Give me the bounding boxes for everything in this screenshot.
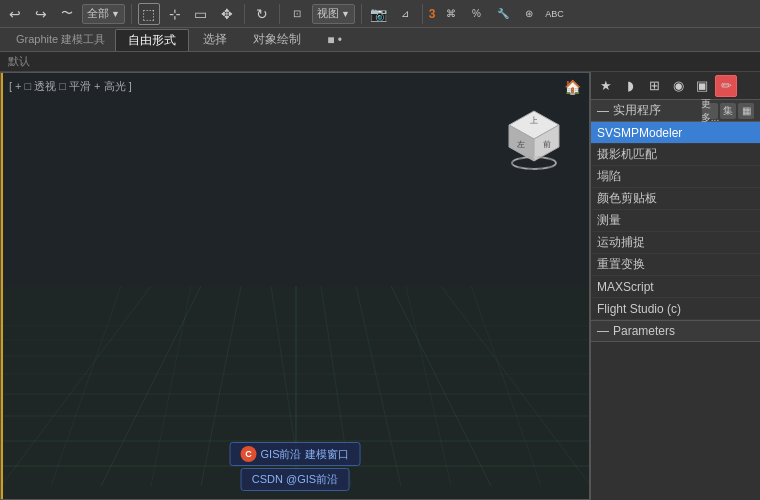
all-dropdown[interactable]: 全部 ▼ — [82, 4, 125, 24]
svg-text:上: 上 — [530, 116, 538, 125]
utilities-list: SVSMPModeler 摄影机匹配 塌陷 颜色剪贴板 测量 运动捕捉 重置变换… — [591, 122, 760, 320]
list-item-motion-capture[interactable]: 运动捕捉 — [591, 232, 760, 254]
rotate-icon[interactable]: ↻ — [251, 3, 273, 25]
abc-icon[interactable]: ABC — [544, 3, 566, 25]
watermark-subtext: CSDN @GIS前沿 — [252, 472, 338, 487]
watermark-box-1: C GIS前沿 建模窗口 — [230, 442, 361, 466]
list-item-flight-studio[interactable]: Flight Studio (c) — [591, 298, 760, 320]
watermark-overlay: C GIS前沿 建模窗口 CSDN @GIS前沿 — [230, 442, 361, 491]
select-region-icon[interactable]: ⬚ — [138, 3, 160, 25]
watermark-brand: GIS前沿 — [261, 447, 302, 462]
tools-icon[interactable]: 🔧 — [492, 3, 514, 25]
3d-cube: 上 左 前 — [499, 103, 569, 173]
utilities-section-header[interactable]: — 实用程序 更多... 集 ▦ — [591, 100, 760, 122]
percent-icon[interactable]: % — [466, 3, 488, 25]
pencil-panel-icon[interactable]: ✏ — [715, 75, 737, 97]
tab-extra[interactable]: ■ • — [315, 29, 354, 51]
watermark-box-2: CSDN @GIS前沿 — [241, 468, 349, 491]
params-title: Parameters — [613, 324, 675, 338]
svg-text:左: 左 — [517, 140, 525, 149]
curve-icon[interactable]: ◗ — [619, 75, 641, 97]
rectangle-icon[interactable]: ▭ — [190, 3, 212, 25]
list-item-svsmp[interactable]: SVSMPModeler — [591, 122, 760, 144]
viewport-label: [ + □ 透视 □ 平滑 + 高光 ] — [9, 79, 132, 94]
status-bar: 默认 — [0, 52, 760, 72]
list-item-collapse[interactable]: 塌陷 — [591, 166, 760, 188]
params-section-header[interactable]: — Parameters — [591, 320, 760, 342]
separator-2 — [244, 4, 245, 24]
app-label: Graphite 建模工具 — [8, 32, 113, 47]
set-btn[interactable]: 集 — [720, 103, 736, 119]
separator-5 — [422, 4, 423, 24]
separator-4 — [361, 4, 362, 24]
watermark-line1: 建模窗口 — [305, 447, 349, 462]
tab-bar: Graphite 建模工具 自由形式 选择 对象绘制 ■ • — [0, 28, 760, 52]
right-panel: ★ ◗ ⊞ ◉ ▣ ✏ — 实用程序 更多... 集 ▦ SVSMPModele… — [590, 72, 760, 500]
separator-1 — [131, 4, 132, 24]
list-item-reset-transform[interactable]: 重置变换 — [591, 254, 760, 276]
extra-icon[interactable]: ⊛ — [518, 3, 540, 25]
snapshot-icon[interactable]: ⊡ — [286, 3, 308, 25]
circle-panel-icon[interactable]: ◉ — [667, 75, 689, 97]
list-item-camera-match[interactable]: 摄影机匹配 — [591, 144, 760, 166]
number-display: 3 — [429, 7, 436, 21]
home-icon[interactable]: 🏠 — [564, 79, 581, 95]
magnet-icon[interactable]: ⌘ — [440, 3, 462, 25]
top-toolbar: ↩ ↪ 〜 全部 ▼ ⬚ ⊹ ▭ ✥ ↻ ⊡ 视图 ▼ 📷 ⊿ 3 ⌘ % 🔧 … — [0, 0, 760, 28]
redo-icon[interactable]: ↪ — [30, 3, 52, 25]
list-item-maxscript[interactable]: MAXScript — [591, 276, 760, 298]
panel-top-icons: ★ ◗ ⊞ ◉ ▣ ✏ — [591, 72, 760, 100]
tab-freeform[interactable]: 自由形式 — [115, 29, 189, 51]
svg-text:前: 前 — [543, 140, 551, 149]
more-btn[interactable]: 更多... — [702, 103, 718, 119]
square-panel-icon[interactable]: ▣ — [691, 75, 713, 97]
wave-icon[interactable]: 〜 — [56, 3, 78, 25]
viewport[interactable]: [ + □ 透视 □ 平滑 + 高光 ] 🏠 上 左 前 — [0, 72, 590, 500]
grid-btn[interactable]: ▦ — [738, 103, 754, 119]
params-collapse-icon: — — [597, 324, 609, 338]
list-item-color-clipboard[interactable]: 颜色剪贴板 — [591, 188, 760, 210]
list-item-measure[interactable]: 测量 — [591, 210, 760, 232]
utilities-title: 实用程序 — [613, 102, 661, 119]
undo-icon[interactable]: ↩ — [4, 3, 26, 25]
section-controls: 更多... 集 ▦ — [702, 103, 754, 119]
tab-select[interactable]: 选择 — [191, 29, 239, 51]
view-dropdown[interactable]: 视图 ▼ — [312, 4, 355, 24]
transform-icon[interactable]: ✥ — [216, 3, 238, 25]
render-icon[interactable]: ⊿ — [394, 3, 416, 25]
main-area: [ + □ 透视 □ 平滑 + 高光 ] 🏠 上 左 前 — [0, 72, 760, 500]
select-icon[interactable]: ⊹ — [164, 3, 186, 25]
status-label: 默认 — [8, 54, 30, 69]
sun-icon[interactable]: ★ — [595, 75, 617, 97]
separator-3 — [279, 4, 280, 24]
tab-object-paint[interactable]: 对象绘制 — [241, 29, 313, 51]
collapse-icon: — — [597, 104, 609, 118]
camera-icon[interactable]: 📷 — [368, 3, 390, 25]
grid-panel-icon[interactable]: ⊞ — [643, 75, 665, 97]
watermark-logo: C — [241, 446, 257, 462]
